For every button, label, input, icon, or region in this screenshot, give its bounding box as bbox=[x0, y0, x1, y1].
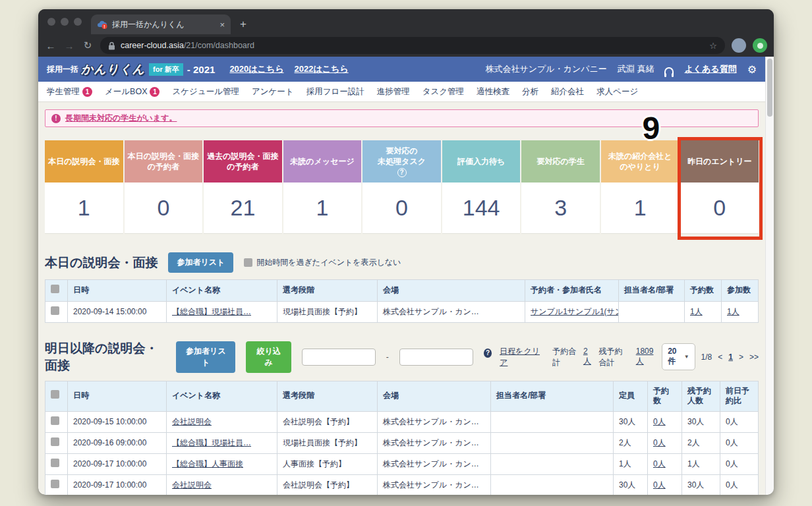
reserved-count-link[interactable]: 0人 bbox=[653, 417, 666, 426]
minimize-window-button[interactable] bbox=[61, 18, 69, 26]
stat-card-value[interactable]: 3 bbox=[521, 183, 600, 234]
participants-list-button[interactable]: 参加者リスト bbox=[168, 252, 233, 273]
event-link[interactable]: 会社説明会 bbox=[172, 417, 212, 426]
stat-card-label: 過去の説明会・面接の予約者 bbox=[207, 151, 279, 172]
next-page-button[interactable]: > bbox=[739, 352, 743, 362]
settings-gear-icon[interactable]: ⚙ bbox=[747, 63, 757, 76]
nav-item[interactable]: 採用フロー設計 bbox=[306, 86, 364, 98]
window-controls bbox=[47, 9, 82, 34]
help-question-icon[interactable]: ? bbox=[484, 349, 492, 358]
row-checkbox[interactable] bbox=[51, 480, 59, 488]
scrollbar-thumb[interactable] bbox=[767, 59, 772, 117]
avatar[interactable] bbox=[732, 38, 746, 53]
stat-card[interactable]: 要対応の 未処理タスク ? 0 bbox=[362, 140, 441, 234]
row-checkbox[interactable] bbox=[51, 416, 59, 425]
reserved-total-link[interactable]: 2人 bbox=[583, 347, 593, 367]
nav-item[interactable]: スケジュール管理 bbox=[172, 86, 239, 98]
remaining-total-link[interactable]: 1809人 bbox=[636, 347, 656, 367]
filter-button[interactable]: 絞り込み bbox=[246, 341, 291, 373]
stat-card[interactable]: 評価入力待ち 144 bbox=[442, 140, 521, 234]
nav-item[interactable]: アンケート bbox=[252, 86, 294, 98]
hide-past-events-checkbox[interactable] bbox=[244, 258, 252, 267]
main-nav: 学生管理 1 メールBOX 1 スケジュール管理 アンケート bbox=[38, 82, 765, 102]
stat-card[interactable]: 本日の説明会・面接 1 bbox=[45, 140, 123, 234]
nav-item[interactable]: 分析 bbox=[522, 86, 538, 98]
column-header: イベント名称 bbox=[167, 381, 277, 411]
stat-card-value[interactable]: 1 bbox=[283, 183, 362, 234]
nav-item[interactable]: 求人ページ bbox=[596, 86, 638, 98]
faq-link[interactable]: よくある質問 bbox=[684, 63, 736, 75]
browser-tab-bar: ! 採用一括かんりくん × + bbox=[38, 9, 774, 34]
reserved-count-link[interactable]: 0人 bbox=[653, 459, 666, 468]
stat-card-value[interactable]: 21 bbox=[204, 183, 282, 234]
stat-card[interactable]: 未読のメッセージ 1 bbox=[283, 140, 362, 234]
zoom-window-button[interactable] bbox=[74, 18, 82, 26]
tab-title: 採用一括かんりくん bbox=[112, 19, 215, 30]
last-page-button[interactable]: >> bbox=[749, 352, 759, 362]
alert-link[interactable]: 長期間未対応の学生がいます。 bbox=[65, 113, 177, 124]
row-checkbox[interactable] bbox=[51, 306, 59, 315]
stat-card-value[interactable]: 0 bbox=[681, 183, 759, 234]
user-name[interactable]: 武淵 真緒 bbox=[618, 63, 654, 75]
current-page-button[interactable]: 1 bbox=[728, 352, 733, 362]
headset-support-icon[interactable] bbox=[664, 67, 674, 74]
attendee-link[interactable]: サンプル1サンプル1(サンプル bbox=[531, 307, 619, 316]
column-header: 日時 bbox=[68, 381, 167, 411]
nav-item[interactable]: 進捗管理 bbox=[377, 86, 410, 98]
back-icon[interactable]: ← bbox=[45, 40, 57, 51]
event-link[interactable]: 会社説明会 bbox=[172, 480, 212, 490]
per-page-select[interactable]: 20件 ▼ bbox=[662, 343, 695, 370]
reserved-count-link[interactable]: 0人 bbox=[653, 480, 666, 490]
browser-tab[interactable]: ! 採用一括かんりくん × bbox=[91, 14, 231, 34]
bookmark-star-icon[interactable]: ☆ bbox=[709, 41, 717, 51]
stat-card-label: 評価入力待ち bbox=[457, 156, 505, 167]
date-to-input[interactable] bbox=[399, 349, 473, 366]
stat-card-value[interactable]: 0 bbox=[362, 183, 441, 234]
profile-avatar[interactable] bbox=[753, 38, 767, 53]
column-header: 会場 bbox=[378, 280, 525, 302]
row-checkbox[interactable] bbox=[51, 437, 59, 446]
date-from-input[interactable] bbox=[302, 349, 376, 366]
stat-card-value[interactable]: 0 bbox=[125, 183, 203, 234]
page-scrollbar[interactable] bbox=[765, 57, 774, 495]
prev-page-button[interactable]: < bbox=[718, 352, 722, 362]
attended-count-link[interactable]: 1人 bbox=[727, 307, 740, 316]
year-link-2022[interactable]: 2022はこちら bbox=[295, 63, 349, 75]
select-all-checkbox[interactable] bbox=[51, 390, 59, 399]
clear-dates-link[interactable]: 日程をクリア bbox=[500, 346, 542, 368]
reserved-count-link[interactable]: 0人 bbox=[653, 438, 666, 447]
nav-item[interactable]: メールBOX 1 bbox=[105, 86, 160, 98]
stat-card-value[interactable]: 1 bbox=[45, 183, 123, 234]
year-link-2020[interactable]: 2020はこちら bbox=[229, 63, 283, 75]
select-all-checkbox[interactable] bbox=[51, 285, 59, 293]
event-link[interactable]: 【総合職】現場社員… bbox=[172, 438, 251, 447]
app-logo: かんりくん bbox=[81, 61, 145, 77]
help-icon[interactable]: ? bbox=[397, 168, 407, 177]
tab-close-icon[interactable]: × bbox=[219, 20, 225, 30]
stat-card[interactable]: 本日の説明会・面接の予約者 0 bbox=[125, 140, 203, 234]
nav-item[interactable]: 学生管理 1 bbox=[47, 86, 92, 98]
upcoming-section-title: 明日以降の説明会・面接 bbox=[45, 340, 165, 374]
reload-icon[interactable]: ↻ bbox=[82, 40, 94, 51]
table-row: 2020-09-14 15:00:00 【総合職】現場社員… 現場社員面接【予約… bbox=[45, 301, 759, 322]
stat-card[interactable]: 過去の説明会・面接の予約者 21 bbox=[204, 140, 282, 234]
forward-icon[interactable]: → bbox=[63, 40, 75, 51]
stat-card-value[interactable]: 1 bbox=[601, 183, 680, 234]
stat-card[interactable]: 未読の紹介会社とのやりとり 1 bbox=[601, 140, 680, 234]
address-bar[interactable]: career-cloud.asia/21/com/dashboard ☆ bbox=[100, 37, 725, 54]
new-tab-button[interactable]: + bbox=[240, 18, 246, 31]
reserved-count-link[interactable]: 1人 bbox=[690, 307, 703, 316]
page-indicator: 1/8 bbox=[701, 352, 712, 362]
close-window-button[interactable] bbox=[47, 18, 55, 26]
nav-item[interactable]: タスク管理 bbox=[422, 86, 464, 98]
stat-card[interactable]: 要対応の学生 3 bbox=[521, 140, 600, 234]
nav-item[interactable]: 適性検査 bbox=[477, 86, 509, 98]
participants-list-button[interactable]: 参加者リスト bbox=[176, 341, 235, 373]
stat-card[interactable]: 9 昨日のエントリー 0 bbox=[681, 140, 759, 234]
event-link[interactable]: 【総合職】現場社員… bbox=[172, 307, 251, 316]
row-checkbox[interactable] bbox=[51, 459, 59, 467]
stat-card-value[interactable]: 144 bbox=[442, 183, 521, 234]
event-link[interactable]: 【総合職】人事面接 bbox=[172, 459, 243, 468]
nav-item[interactable]: 紹介会社 bbox=[551, 86, 584, 98]
url-path: /21/com/dashboard bbox=[184, 41, 254, 50]
